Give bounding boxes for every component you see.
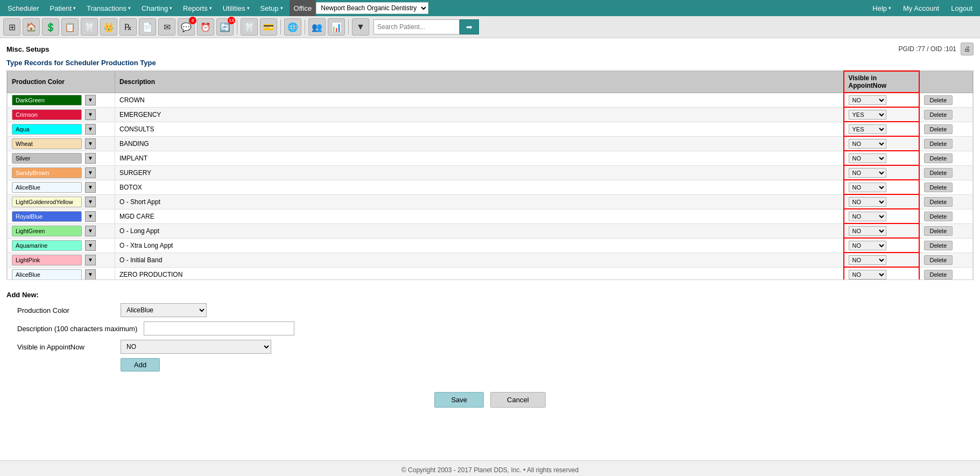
nav-transactions[interactable]: Transactions ▾ bbox=[81, 0, 136, 16]
color-cell: RoyalBlue ▼ bbox=[8, 209, 115, 223]
visible-in-appointnow-select[interactable]: NO YES bbox=[849, 183, 886, 192]
visible-cell: NO YES bbox=[844, 151, 919, 165]
nav-my-account[interactable]: My Account bbox=[898, 4, 944, 12]
table-row: LightGreen ▼ O - Long Appt NO YES Delete bbox=[8, 223, 973, 238]
delete-button[interactable]: Delete bbox=[924, 255, 953, 265]
table-row: LightGoldenrodYellow ▼ O - Short Appt NO… bbox=[8, 194, 973, 209]
card-icon[interactable]: 💳 bbox=[260, 18, 277, 36]
visible-in-appointnow-select[interactable]: NO YES bbox=[849, 110, 886, 120]
print-icon[interactable]: 🖨 bbox=[961, 43, 974, 55]
color-cell: AliceBlue ▼ bbox=[8, 267, 115, 280]
delete-button[interactable]: Delete bbox=[924, 110, 953, 120]
delete-button[interactable]: Delete bbox=[924, 212, 953, 221]
visible-in-appointnow-select[interactable]: NO YES bbox=[849, 212, 886, 221]
color-dropdown-btn[interactable]: ▼ bbox=[85, 211, 96, 222]
nav-help[interactable]: Help ▾ bbox=[867, 4, 897, 12]
description-input[interactable] bbox=[144, 321, 294, 335]
visible-cell: NO YES bbox=[844, 209, 919, 223]
nav-setup[interactable]: Setup ▾ bbox=[255, 0, 288, 16]
chart-icon[interactable]: 📊 bbox=[328, 18, 345, 36]
nav-charting[interactable]: Charting ▾ bbox=[136, 0, 178, 16]
color-dropdown-btn[interactable]: ▼ bbox=[85, 95, 96, 106]
description-cell: CROWN bbox=[115, 93, 844, 107]
office-label: Office bbox=[290, 0, 316, 16]
file-icon[interactable]: 📄 bbox=[139, 18, 156, 36]
office-selector[interactable]: Newport Beach Organic Dentistry bbox=[316, 2, 428, 14]
color-dropdown-btn[interactable]: ▼ bbox=[85, 255, 96, 265]
delete-button[interactable]: Delete bbox=[924, 95, 953, 105]
nav-logout[interactable]: Logout bbox=[946, 4, 978, 12]
search-patient-input[interactable] bbox=[373, 19, 460, 34]
visible-in-appointnow-select[interactable]: NO YES bbox=[849, 139, 886, 149]
ledger-icon[interactable]: 📋 bbox=[61, 18, 79, 36]
people-icon[interactable]: 👥 bbox=[308, 18, 326, 36]
visible-in-appointnow-select[interactable]: NO YES bbox=[849, 95, 886, 105]
refresh-icon[interactable]: 🔄 14 bbox=[216, 18, 234, 36]
delete-cell: Delete bbox=[919, 136, 973, 151]
add-button[interactable]: Add bbox=[121, 358, 160, 372]
visible-in-appointnow-select[interactable]: NO YES bbox=[849, 168, 886, 178]
delete-button[interactable]: Delete bbox=[924, 270, 953, 279]
color-dropdown-btn[interactable]: ▼ bbox=[85, 138, 96, 149]
clock-icon[interactable]: ⏰ bbox=[197, 18, 214, 36]
th-delete bbox=[919, 71, 973, 93]
description-cell: MGD CARE bbox=[115, 209, 844, 223]
color-dropdown-btn[interactable]: ▼ bbox=[85, 124, 96, 135]
save-button[interactable]: Save bbox=[434, 392, 484, 408]
tooth-icon[interactable]: 🦷 bbox=[81, 18, 98, 36]
delete-button[interactable]: Delete bbox=[924, 226, 953, 236]
crown-icon[interactable]: 👑 bbox=[100, 18, 117, 36]
color-cell: SandyBrown ▼ bbox=[8, 165, 115, 180]
visible-row: Visible in AppointNow NO YES bbox=[6, 340, 974, 354]
production-type-table-wrapper[interactable]: Production Color Description Visible in … bbox=[6, 70, 974, 280]
visible-in-appointnow-select[interactable]: NO YES bbox=[849, 124, 886, 134]
delete-button[interactable]: Delete bbox=[924, 124, 953, 134]
delete-button[interactable]: Delete bbox=[924, 197, 953, 207]
visible-in-appointnow-select[interactable]: NO YES bbox=[849, 255, 886, 265]
color-dropdown-btn[interactable]: ▼ bbox=[85, 109, 96, 120]
globe-icon[interactable]: 🌐 bbox=[284, 18, 301, 36]
visible-cell: NO YES bbox=[844, 165, 919, 180]
nav-patient[interactable]: Patient ▾ bbox=[45, 0, 81, 16]
table-row: LightPink ▼ O - Initial Band NO YES Dele… bbox=[8, 253, 973, 267]
color-dropdown-btn[interactable]: ▼ bbox=[85, 240, 96, 251]
rx-icon[interactable]: ℞ bbox=[119, 18, 137, 36]
dollar-icon[interactable]: 💲 bbox=[42, 18, 59, 36]
delete-button[interactable]: Delete bbox=[924, 183, 953, 192]
home-icon[interactable]: 🏠 bbox=[23, 18, 40, 36]
delete-cell: Delete bbox=[919, 267, 973, 280]
description-cell: IMPLANT bbox=[115, 151, 844, 165]
table-row: Silver ▼ IMPLANT NO YES Delete bbox=[8, 151, 973, 165]
color-dropdown-btn[interactable]: ▼ bbox=[85, 226, 96, 236]
down-arrow-icon[interactable]: ▼ bbox=[352, 18, 369, 36]
color-dropdown-btn[interactable]: ▼ bbox=[85, 197, 96, 207]
color-dropdown-btn[interactable]: ▼ bbox=[85, 182, 96, 193]
delete-button[interactable]: Delete bbox=[924, 153, 953, 163]
color-dropdown-btn[interactable]: ▼ bbox=[85, 167, 96, 178]
visible-in-appointnow-select[interactable]: NO YES bbox=[849, 197, 886, 207]
visible-in-appointnow-select[interactable]: NO YES bbox=[849, 226, 886, 236]
cancel-button[interactable]: Cancel bbox=[490, 392, 545, 408]
visible-in-appointnow-select[interactable]: NO YES bbox=[849, 153, 886, 163]
nav-reports[interactable]: Reports ▾ bbox=[178, 0, 217, 16]
visible-in-appointnow-select[interactable]: NO YES bbox=[849, 270, 886, 279]
chat-icon[interactable]: 💬 4 bbox=[178, 18, 195, 36]
delete-button[interactable]: Delete bbox=[924, 168, 953, 178]
delete-cell: Delete bbox=[919, 107, 973, 122]
visible-cell: NO YES bbox=[844, 122, 919, 136]
production-color-select[interactable]: AliceBlue DarkGreen Crimson Aqua Wheat S… bbox=[121, 303, 207, 317]
delete-cell: Delete bbox=[919, 209, 973, 223]
delete-button[interactable]: Delete bbox=[924, 139, 953, 149]
search-submit-button[interactable]: ➡ bbox=[460, 19, 479, 34]
color-dropdown-btn[interactable]: ▼ bbox=[85, 153, 96, 164]
visible-in-appointnow-select[interactable]: NO YES bbox=[849, 241, 886, 250]
mail-icon[interactable]: ✉ bbox=[158, 18, 175, 36]
table-row: DarkGreen ▼ CROWN NO YES Delete bbox=[8, 93, 973, 107]
tooth2-icon[interactable]: 🦷 bbox=[241, 18, 258, 36]
nav-scheduler[interactable]: Scheduler bbox=[2, 0, 45, 16]
grid-icon[interactable]: ⊞ bbox=[3, 18, 20, 36]
nav-utilities[interactable]: Utilities ▾ bbox=[217, 0, 255, 16]
color-dropdown-btn[interactable]: ▼ bbox=[85, 269, 96, 280]
visible-select[interactable]: NO YES bbox=[121, 340, 271, 354]
delete-button[interactable]: Delete bbox=[924, 241, 953, 250]
